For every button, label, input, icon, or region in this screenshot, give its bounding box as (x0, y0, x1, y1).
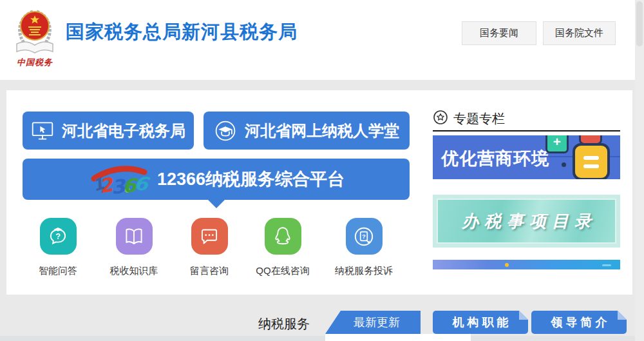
footer-strip-right (471, 336, 635, 341)
tab-organization-functions[interactable]: 机构职能 (433, 311, 528, 334)
banner-label: 优化营商环境 (441, 147, 549, 170)
header-button-state-news[interactable]: 国务要闻 (462, 21, 536, 45)
equals-card-icon (573, 143, 610, 179)
banner-partial-strip[interactable] (433, 260, 620, 269)
page: 中国税务 国家税务总局新河县税务局 国务要闻 国务院文件 河北省电子税务局 (0, 0, 644, 341)
footer-strip-left (0, 336, 325, 341)
tab-label: 机构职能 (453, 315, 512, 330)
active-tab-panel-edge (325, 334, 471, 341)
service-message-consult[interactable]: 留言咨询 (171, 218, 248, 277)
star-circle-icon (433, 110, 448, 128)
site-title: 国家税务总局新河县税务局 (66, 19, 298, 45)
taxpayer-school-button[interactable]: 河北省网上纳税人学堂 (204, 112, 410, 150)
sidebar-title: 专题专栏 (453, 110, 505, 128)
service-label: 税收知识库 (95, 265, 173, 277)
monitor-icon (31, 121, 54, 141)
sidebar-header: 专题专栏 (433, 110, 505, 128)
complaint-icon: ? (346, 218, 383, 255)
quick-link-label: 河北省网上纳税人学堂 (245, 121, 399, 141)
service-label: 智能问答 (19, 265, 97, 277)
section-label-tax-service: 纳税服务 (258, 315, 310, 333)
service-label: 纳税服务投诉 (325, 265, 402, 277)
header-button-state-council-docs[interactable]: 国务院文件 (543, 21, 616, 45)
smart-qa-icon: ? (40, 218, 77, 255)
banner-pointer (207, 199, 225, 208)
tab-label: 最新更新 (354, 315, 400, 330)
message-icon (191, 218, 228, 255)
banner-label: 办税事项目录 (456, 210, 597, 233)
hotline-12366-banner[interactable]: 1 2 3 6 6 12366纳税服务综合平台 (23, 159, 410, 200)
banner-business-environment[interactable]: 优化营商环境 + (433, 135, 620, 179)
scrollbar-thumb[interactable] (636, 1, 643, 46)
plus-square-icon: + (545, 135, 569, 153)
wave-decor (602, 264, 611, 266)
tab-latest-updates[interactable]: 最新更新 (325, 311, 421, 334)
sidebar-divider (433, 130, 620, 132)
qq-icon (265, 218, 301, 255)
service-qq-consult[interactable]: QQ在线咨询 (244, 218, 321, 277)
hotline-label: 12366纳税服务综合平台 (157, 168, 345, 191)
etax-bureau-button[interactable]: 河北省电子税务局 (23, 112, 194, 150)
scrollbar[interactable] (635, 0, 644, 341)
tax-bureau-logo: 中国税务 (8, 4, 62, 68)
service-label: 留言咨询 (171, 265, 248, 277)
hotline-12366-logo-icon: 1 2 3 6 6 (88, 162, 148, 197)
sidebar: 专题专栏 优化营商环境 + 办税事项目录 (433, 90, 620, 295)
banner-tax-matters-catalog[interactable]: 办税事项目录 (433, 195, 620, 248)
site-header: 中国税务 国家税务总局新河县税务局 国务要闻 国务院文件 (0, 0, 635, 80)
quick-link-label: 河北省电子税务局 (62, 121, 185, 141)
knowledge-book-icon (116, 218, 153, 255)
service-knowledge-base[interactable]: 税收知识库 (95, 218, 173, 277)
service-label: QQ在线咨询 (244, 265, 321, 277)
graduation-cap-icon (214, 119, 237, 142)
svg-text:?: ? (55, 231, 61, 240)
tab-leader-profile[interactable]: 领导简介 (531, 311, 627, 334)
main-card: 河北省电子税务局 河北省网上纳税人学堂 1 2 3 (6, 90, 632, 295)
service-complaint[interactable]: ? 纳税服务投诉 (325, 218, 402, 277)
tab-label: 领导简介 (551, 315, 611, 330)
service-smart-qa[interactable]: ? 智能问答 (19, 218, 97, 277)
water-texture: 办税事项目录 (437, 199, 616, 244)
svg-text:?: ? (362, 232, 366, 239)
dot-decor (562, 162, 566, 167)
dot-decor (505, 263, 509, 267)
